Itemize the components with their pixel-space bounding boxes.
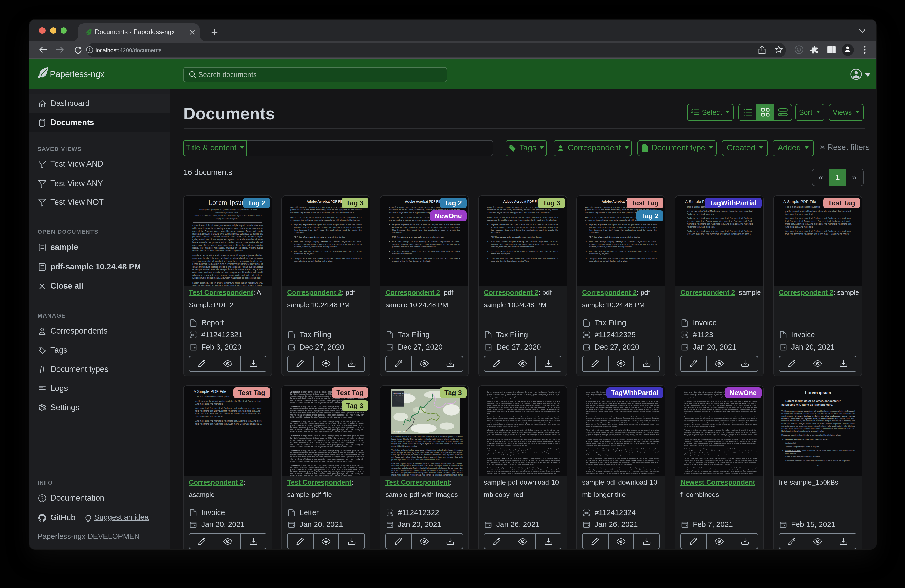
svg-text:Boundary Waters Trip: Boundary Waters Trip [393, 392, 410, 394]
svg-text:Google Earth: Google Earth [393, 430, 407, 433]
svg-text:In Sept 4 BWCA: In Sept 4 BWCA [393, 395, 403, 396]
